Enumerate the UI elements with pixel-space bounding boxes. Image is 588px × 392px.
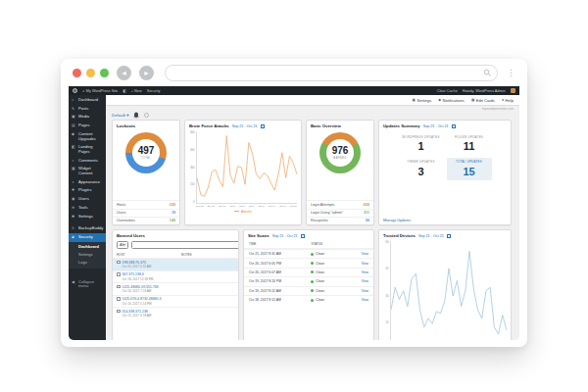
calendar-icon[interactable] [452, 124, 456, 128]
sidebar-item[interactable]: ▤ Pages [69, 122, 106, 130]
sidebar-item[interactable]: ▣ Media [69, 113, 106, 122]
host-link[interactable]: 367.375.138.6 [122, 272, 144, 276]
filter-dropdown[interactable]: All ▾ [117, 241, 128, 249]
view-scan-link[interactable]: View [362, 262, 368, 266]
dashboard-selector[interactable]: Default ▾ [112, 113, 128, 118]
sidebar-item[interactable]: ✎ Posts [69, 105, 106, 114]
home-icon: ⌂ [82, 89, 84, 93]
brute-force-attacks-card: Brute Force Attacks Sep 21 - Oct 21 6004… [184, 120, 302, 225]
wordpress-logo-icon[interactable]: W [73, 88, 77, 93]
security-submenu-item[interactable]: Settings [69, 251, 106, 259]
sidebar-item[interactable]: ✚ Plugins [69, 186, 106, 195]
host-link[interactable]: 1425.676.4.8732.48680.3 [122, 297, 162, 301]
toolbar-button[interactable]: ◆ Notifications [438, 98, 465, 103]
host-link[interactable]: 1425.48680.59.355.738 [122, 285, 159, 289]
updates-summary-card: Updates Summary Sep 21 - Oct 21 WORDPRES… [378, 120, 512, 225]
brute-force-line-chart [196, 131, 297, 204]
browser-menu-icon[interactable]: ⋮ [507, 69, 515, 77]
sidebar-item[interactable]: ↻ BackupBuddy [69, 224, 106, 233]
sidebar-item[interactable]: ◗ Comments [69, 157, 106, 166]
status-dot [311, 253, 314, 256]
site-scan-row: Oct 20, 2017 6:07 AM Clean View [244, 268, 373, 276]
banned-user-row: 198.188.75.375 Oct 20, 2017 4:32 AM [113, 258, 238, 270]
manage-updates-link[interactable]: Manage Updates [379, 216, 511, 224]
sidebar-item[interactable]: ✱ Settings [69, 213, 106, 221]
card-title: Bans Overview [311, 123, 341, 128]
calendar-icon[interactable] [261, 124, 265, 128]
avatar[interactable] [511, 88, 516, 94]
view-scan-link[interactable]: View [362, 298, 368, 302]
close-window-button[interactable] [73, 69, 81, 77]
scan-time: Oct 20, 2017 6:07 AM [249, 270, 311, 274]
sidebar-item[interactable]: ◧ Landing Pages [69, 143, 106, 156]
calendar-icon[interactable] [301, 234, 305, 238]
scan-time: Oct 19, 2017 8:24 PM [249, 279, 311, 283]
sidebar-item[interactable]: ⊕ Tools [69, 204, 106, 213]
minimize-window-button[interactable] [86, 69, 95, 77]
page-background: ◄ ► ⋮ W ⌂ My WordPress Site ◧ + New Sec [0, 0, 588, 392]
bell-icon[interactable] [133, 112, 139, 119]
new-content-link[interactable]: + New [131, 89, 142, 93]
toolbar-button[interactable]: ● Help [502, 98, 514, 103]
banned-users-search-input[interactable] [131, 241, 239, 249]
sidebar-item-icon: ⌂ [72, 98, 76, 102]
row-checkbox[interactable] [117, 297, 121, 301]
howdy-user-link[interactable]: Howdy, WordPress Admin [463, 89, 506, 93]
view-scan-link[interactable]: View [362, 279, 368, 283]
lockouts-donut-chart: 497 TOTAL [125, 132, 167, 173]
view-scan-link[interactable]: View [362, 270, 368, 274]
date-range-picker[interactable]: Sep 21 - Oct 21 [232, 124, 258, 128]
status-dot [311, 262, 314, 265]
security-submenu-item[interactable]: Logs [69, 259, 106, 267]
sidebar-item[interactable]: ◉ Users [69, 195, 106, 204]
sidebar-item[interactable]: ◈ Security [69, 233, 106, 242]
sidebar-item-icon: ✎ [72, 107, 76, 111]
sidebar-item-label: Appearance [78, 180, 100, 185]
date-range-picker[interactable]: Sep 21 - Oct 21 [272, 234, 298, 238]
fullscreen-window-button[interactable] [100, 69, 109, 77]
forward-button[interactable]: ► [139, 66, 154, 80]
comments-icon[interactable]: ◧ [122, 88, 126, 93]
sidebar-item[interactable]: ◆ Content Upgrades [69, 130, 106, 143]
date-range-picker[interactable]: Sep 21 - Oct 21 [423, 124, 449, 128]
table-header: TIME STATUS [244, 240, 373, 249]
card-title: Brute Force Attacks [189, 123, 229, 128]
toolbar-button[interactable]: ▦ Edit Cards [471, 98, 495, 103]
sidebar-item-icon: ◉ [72, 197, 76, 201]
y-tick-label: 60 [382, 241, 389, 244]
wp-admin-viewport: W ⌂ My WordPress Site ◧ + New Security C… [69, 86, 519, 340]
dashboard-toolbar: ▣ Settings ◆ Notifications ▦ Edit [106, 95, 519, 106]
security-admin-link[interactable]: Security [147, 89, 161, 93]
sidebar-item[interactable]: ⌂ Dashboard [69, 96, 106, 105]
host-link[interactable]: 198.188.75.375 [122, 261, 146, 265]
sidebar-item[interactable]: ◑ Appearance [69, 178, 106, 187]
security-submenu-item[interactable]: Dashboard [69, 243, 106, 251]
scan-status: Clean [311, 298, 323, 302]
view-scan-link[interactable]: View [362, 252, 368, 256]
calendar-icon[interactable] [447, 234, 451, 238]
banned-user-row: 354.338.371.238 Oct 15, 2017 4:18 AM [113, 307, 238, 319]
sidebar-item-label: Posts [78, 107, 88, 112]
back-button[interactable]: ◄ [117, 66, 131, 80]
clear-cache-link[interactable]: Clear Cache [437, 89, 458, 93]
card-title: Banned Users [117, 233, 145, 238]
row-checkbox[interactable] [117, 310, 121, 314]
sidebar-item[interactable]: ▦ Widget Content [69, 165, 106, 177]
sidebar-item-icon: ▦ [72, 167, 76, 171]
ban-date: Oct 18, 2017 12:18 PM [117, 277, 234, 281]
add-dashboard-button[interactable] [144, 113, 149, 118]
toolbar-button[interactable]: ▣ Settings [413, 98, 432, 103]
sidebar-item-label: Dashboard [78, 98, 98, 103]
collapse-menu-button[interactable]: ◀ Collapse menu [69, 278, 106, 291]
host-link[interactable]: 354.338.371.238 [122, 310, 148, 314]
site-scan-row: Oct 18, 2017 8:12 AM Clean View [244, 295, 373, 304]
row-checkbox[interactable] [117, 261, 121, 265]
row-checkbox[interactable] [117, 285, 121, 289]
site-name-link[interactable]: ⌂ My WordPress Site [82, 89, 118, 93]
row-checkbox[interactable] [117, 272, 121, 276]
address-bar[interactable] [165, 65, 498, 81]
search-icon[interactable] [483, 69, 492, 77]
date-range-picker[interactable]: Sep 21 - Oct 21 [418, 234, 444, 238]
sidebar-item-icon: ◈ [72, 235, 76, 239]
view-scan-link[interactable]: View [362, 289, 368, 293]
